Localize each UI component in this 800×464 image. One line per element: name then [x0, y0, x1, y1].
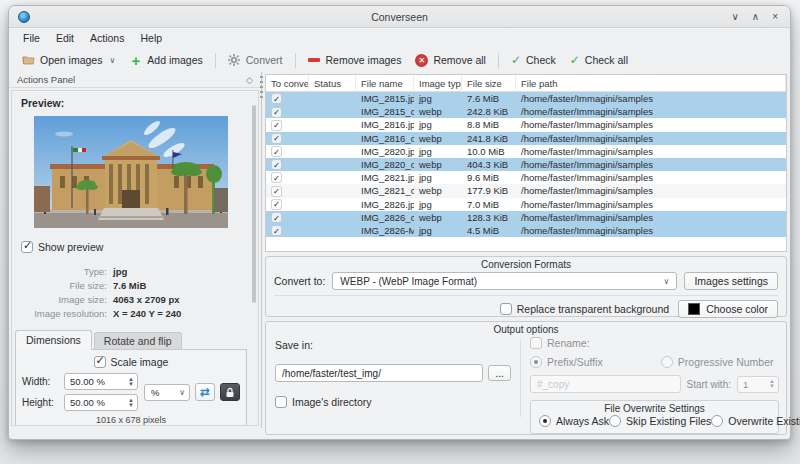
maximize-icon[interactable]: ∧ [752, 11, 759, 22]
show-preview-checkbox[interactable]: Show preview [21, 241, 103, 253]
table-row[interactable]: ✓IMG_2820.jpgjpg10.0 MiB/home/faster/Imm… [266, 145, 786, 158]
open-images-button[interactable]: Open images ∨ [15, 52, 122, 69]
col-to-convert[interactable]: To convert [266, 75, 309, 91]
row-file-name: IMG_2826.jpg [356, 199, 414, 210]
scale-image-checkbox[interactable]: Scale image [94, 356, 169, 368]
col-file-path[interactable]: File path [516, 75, 786, 91]
row-check-icon[interactable]: ✓ [271, 225, 282, 236]
table-row[interactable]: ✓IMG_2821.jpgjpg9.6 MiB/home/faster/Imma… [266, 171, 786, 184]
row-check-icon[interactable]: ✓ [271, 199, 282, 210]
row-check-icon[interactable]: ✓ [271, 186, 282, 197]
menu-file[interactable]: File [15, 30, 48, 46]
save-path-input[interactable] [275, 364, 483, 382]
spin-down-icon[interactable]: ▼ [128, 403, 134, 408]
sync-dimensions-button[interactable]: ⇄ [195, 383, 215, 401]
output-options-group: Output options Save in: ... Image's dire… [265, 321, 787, 435]
menu-actions[interactable]: Actions [82, 30, 132, 46]
panel-scrollbar[interactable] [252, 99, 256, 417]
images-directory-checkbox[interactable]: Image's directory [275, 396, 372, 408]
image-size-label: Image size: [12, 294, 107, 305]
dimensions-tab-panel: Scale image Width: 50.00 % ▲▼ [15, 349, 247, 426]
table-row[interactable]: ✓IMG_2826_co...webp128.3 KiB/home/faster… [266, 211, 786, 224]
choose-color-button[interactable]: Choose color [678, 300, 778, 318]
output-options-title: Output options [266, 324, 786, 335]
row-file-path: /home/faster/Immagini/samples [516, 172, 786, 183]
table-row[interactable]: ✓IMG_2816.jpgjpg8.8 MiB/home/faster/Imma… [266, 118, 786, 131]
row-check-icon[interactable]: ✓ [271, 93, 282, 104]
float-panel-icon[interactable]: ◇ [246, 75, 253, 85]
table-row[interactable]: ✓IMG_2816_co...webp241.8 KiB/home/faster… [266, 132, 786, 145]
lock-aspect-button[interactable] [220, 383, 240, 401]
table-row[interactable]: ✓IMG_2815_co...webp242.8 KiB/home/faster… [266, 105, 786, 118]
width-spinbox[interactable]: 50.00 % ▲▼ [64, 373, 138, 390]
checkbox-checked-icon [21, 241, 33, 253]
convert-button[interactable]: Convert [221, 52, 290, 69]
row-check-icon[interactable]: ✓ [271, 120, 282, 131]
progressive-number-radio[interactable]: Progressive Number [661, 356, 774, 368]
overwrite-existing-files-radio[interactable]: Overwrite Existing Files [711, 415, 800, 427]
minimize-icon[interactable]: ∨ [732, 11, 739, 22]
file-overwrite-settings-title: File Overwrite Settings [531, 403, 778, 414]
col-status[interactable]: Status [309, 75, 356, 91]
row-check-icon[interactable]: ✓ [271, 172, 282, 183]
row-file-name: IMG_2826_co... [356, 212, 414, 223]
close-icon[interactable]: × [772, 11, 778, 22]
unit-select[interactable]: % ∨ [144, 384, 190, 401]
format-select[interactable]: WEBP - (WebP Image Format) ∨ [332, 272, 677, 290]
rename-pattern-input[interactable] [530, 375, 681, 393]
table-row[interactable]: ✓IMG_2821_co...webp177.9 KiB/home/faster… [266, 184, 786, 197]
row-check-icon[interactable]: ✓ [271, 159, 282, 170]
spin-down-icon[interactable]: ▼ [128, 382, 134, 387]
circle-x-icon: ✕ [415, 54, 428, 67]
check-all-button[interactable]: ✓ Check all [563, 51, 635, 69]
row-file-path: /home/faster/Immagini/samples [516, 185, 786, 196]
toolbar: Open images ∨ + Add images Convert Remov… [9, 48, 790, 72]
remove-all-button[interactable]: ✕ Remove all [408, 52, 493, 69]
rename-checkbox[interactable]: Rename: [530, 337, 779, 349]
row-check-icon[interactable]: ✓ [271, 107, 282, 118]
radio-icon [711, 415, 723, 427]
menu-help[interactable]: Help [132, 30, 170, 46]
tab-dimensions[interactable]: Dimensions [15, 330, 92, 350]
spin-down-icon[interactable]: ▼ [769, 384, 775, 389]
row-file-size: 8.8 MiB [462, 119, 516, 130]
row-file-size: 10.0 MiB [462, 146, 516, 157]
row-check-icon[interactable]: ✓ [271, 212, 282, 223]
check-button[interactable]: ✓ Check [504, 51, 563, 69]
table-header[interactable]: To convert Status File name Image type F… [266, 75, 786, 92]
add-images-button[interactable]: + Add images [122, 52, 209, 69]
remove-images-button[interactable]: Remove images [301, 52, 409, 69]
col-image-type[interactable]: Image type [414, 75, 462, 91]
skip-existing-files-radio[interactable]: Skip Existing Files [609, 415, 711, 427]
images-settings-button[interactable]: Images settings [684, 272, 778, 290]
file-size-label: File size: [12, 280, 107, 291]
table-row[interactable]: ✓IMG_2820_co...webp404.3 KiB/home/faster… [266, 158, 786, 171]
row-file-name: IMG_2821_co... [356, 185, 414, 196]
row-check-icon[interactable]: ✓ [271, 133, 282, 144]
row-file-size: 242.8 KiB [462, 106, 516, 117]
table-row[interactable]: ✓IMG_2826-M...jpg4.5 MiB/home/faster/Imm… [266, 224, 786, 237]
menu-edit[interactable]: Edit [48, 30, 82, 46]
replace-transparent-checkbox[interactable]: Replace transparent background [500, 303, 669, 315]
radio-icon [661, 356, 673, 368]
row-check-icon[interactable]: ✓ [271, 146, 282, 157]
table-row[interactable]: ✓IMG_2815.jpgjpg7.6 MiB/home/faster/Imma… [266, 92, 786, 105]
col-file-size[interactable]: File size [462, 75, 516, 91]
actions-panel: Actions Panel ◇ Preview: [9, 72, 262, 428]
table-row[interactable]: ✓IMG_2826.jpgjpg7.0 MiB/home/faster/Imma… [266, 198, 786, 211]
browse-button[interactable]: ... [488, 365, 511, 381]
row-image-type: webp [414, 106, 462, 117]
prefix-suffix-radio[interactable]: Prefix/Suffix [530, 356, 603, 368]
row-file-path: /home/faster/Immagini/samples [516, 225, 786, 236]
tab-rotate-and-flip[interactable]: Rotate and flip [94, 332, 182, 350]
start-with-spinbox[interactable]: 1 ▲▼ [737, 376, 779, 393]
always-ask-radio[interactable]: Always Ask [539, 415, 609, 427]
titlebar[interactable]: Converseen ∨ ∧ × [9, 6, 790, 28]
splitter-handle[interactable] [260, 76, 263, 98]
radio-selected-icon [539, 415, 551, 427]
width-label: Width: [22, 376, 59, 387]
check-icon: ✓ [511, 53, 521, 67]
col-file-name[interactable]: File name [356, 75, 414, 91]
radio-selected-icon [530, 356, 542, 368]
height-spinbox[interactable]: 50.00 % ▲▼ [64, 394, 138, 411]
